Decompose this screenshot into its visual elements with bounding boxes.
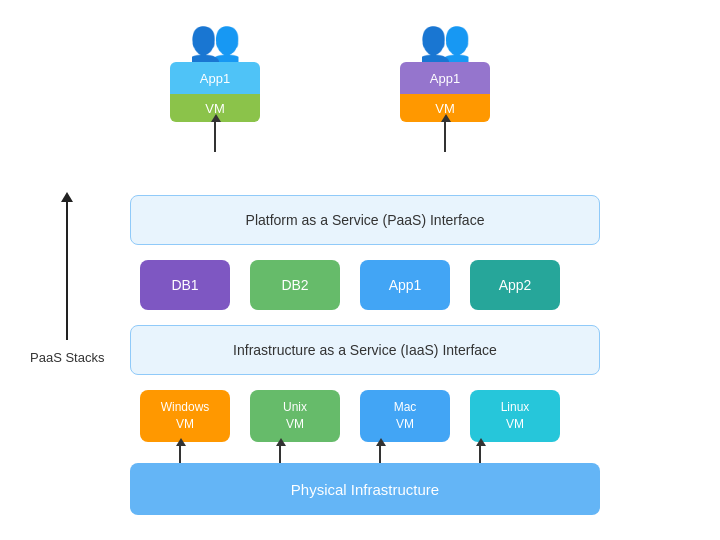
left-app-arrow: [214, 122, 216, 152]
right-app1-box: App1: [400, 62, 490, 94]
paas-arrow: [66, 200, 68, 340]
paas-stacks-label: PaaS Stacks: [30, 200, 104, 367]
iaas-interface-box: Infrastructure as a Service (IaaS) Inter…: [130, 325, 600, 375]
physical-label: Physical Infrastructure: [291, 481, 439, 498]
left-user-group: 👥 App1 VM: [170, 20, 260, 152]
windows-vm-block: Windows VM: [140, 390, 230, 442]
db1-block: DB1: [140, 260, 230, 310]
db2-block: DB2: [250, 260, 340, 310]
paas-interface-box: Platform as a Service (PaaS) Interface: [130, 195, 600, 245]
windows-arrow: [140, 445, 220, 463]
top-apps-section: 👥 App1 VM 👥 App1 VM: [170, 20, 490, 152]
iaas-interface-label: Infrastructure as a Service (IaaS) Inter…: [233, 342, 497, 358]
unix-arrow: [240, 445, 320, 463]
user-icon-left: 👥: [189, 20, 241, 62]
vm-arrows: [140, 445, 520, 463]
app1-block: App1: [360, 260, 450, 310]
unix-vm-block: Unix VM: [250, 390, 340, 442]
paas-stacks-text: PaaS Stacks: [30, 350, 104, 367]
linux-vm-block: Linux VM: [470, 390, 560, 442]
right-user-group: 👥 App1 VM: [400, 20, 490, 152]
app2-block: App2: [470, 260, 560, 310]
vm-row: Windows VM Unix VM Mac VM Linux VM: [140, 390, 560, 442]
mac-arrow: [340, 445, 420, 463]
user-icon-right: 👥: [419, 20, 471, 62]
physical-infrastructure-box: Physical Infrastructure: [130, 463, 600, 515]
linux-arrow: [440, 445, 520, 463]
mac-vm-block: Mac VM: [360, 390, 450, 442]
db-app-row: DB1 DB2 App1 App2: [140, 260, 560, 310]
diagram-area: Users 👥 App1 VM 👥 App1 VM Platform as a …: [130, 20, 620, 530]
left-app1-box: App1: [170, 62, 260, 94]
paas-interface-label: Platform as a Service (PaaS) Interface: [246, 212, 485, 228]
right-app-arrow: [444, 122, 446, 152]
